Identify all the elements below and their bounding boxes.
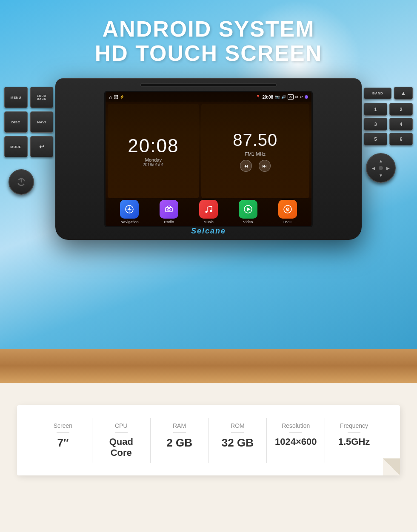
radio-widget: 87.50 FM1 MHz ⏮ ⏭ <box>201 104 309 198</box>
home-icon[interactable]: ⌂ <box>109 94 112 100</box>
power-icon <box>16 177 26 187</box>
headline-line1: ANDROID SYSTEM <box>95 17 323 41</box>
back-button[interactable]: ↩ <box>30 136 54 157</box>
clock-day: Monday <box>145 157 162 162</box>
volume-icon: 🔊 <box>281 95 286 99</box>
prev-button[interactable]: ⏮ <box>240 160 252 172</box>
num-1-button[interactable]: 1 <box>364 103 387 116</box>
svg-point-6 <box>205 211 207 213</box>
band-row: BAND ▲ <box>364 87 413 100</box>
navigation-icon <box>120 200 139 219</box>
clock-widget: 20:08 Monday 2018/01/01 <box>108 104 199 198</box>
app-radio[interactable]: Radio <box>160 200 178 224</box>
spec-frequency-value: 1.5GHz <box>338 436 370 447</box>
num-5-button[interactable]: 5 <box>364 133 387 145</box>
nav-circle[interactable]: ▲ ◀▶ ▼ <box>366 153 396 183</box>
stereo-wrapper: MENU LOUDBACK DISC NAVI MODE ↩ <box>55 78 362 240</box>
back-status-icon: ↩ <box>300 95 303 99</box>
spec-resolution: Resolution 1024×600 <box>267 418 325 463</box>
spec-ram: RAM 2 GB <box>151 418 209 463</box>
svg-point-7 <box>210 210 212 212</box>
status-right: 📍 20:08 📷 🔊 ✕ ⧉ ↩ <box>256 94 308 100</box>
power-button[interactable] <box>9 169 34 195</box>
spec-rom-value: 32 GB <box>222 436 254 449</box>
spec-frequency: Frequency 1.5GHz <box>325 418 383 463</box>
eject-button[interactable]: ▲ <box>394 87 413 100</box>
spec-cpu: CPU QuadCore <box>92 418 151 463</box>
usb-icon: ⚡ <box>120 95 124 99</box>
radio-info: FM1 MHz <box>245 151 266 156</box>
navi-button[interactable]: NAVI <box>30 111 54 133</box>
location-icon: 📍 <box>256 95 260 99</box>
spec-screen-value: 7″ <box>57 436 69 449</box>
spec-ram-value: 2 GB <box>166 436 192 449</box>
music-label: Music <box>203 220 214 224</box>
disc-button[interactable]: DISC <box>4 111 28 133</box>
ctrl-row-3: MODE ↩ <box>4 136 53 157</box>
dvd-svg <box>283 204 293 214</box>
nav-svg <box>124 204 134 214</box>
spec-divider-4 <box>289 432 302 433</box>
num-4-button[interactable]: 4 <box>389 118 413 131</box>
notification-dot <box>305 95 308 99</box>
right-control-panel: BAND ▲ 1 2 3 4 5 6 ▲ ◀▶ ▼ <box>364 87 413 223</box>
clock-time: 20:08 <box>128 135 179 156</box>
spec-frequency-label: Frequency <box>340 422 368 429</box>
stereo-unit: MENU LOUDBACK DISC NAVI MODE ↩ <box>55 78 362 240</box>
status-left: ⌂ 🖼 ⚡ <box>109 94 124 100</box>
spec-rom-label: ROM <box>231 422 245 429</box>
status-bar: ⌂ 🖼 ⚡ 📍 20:08 📷 🔊 ✕ ⧉ ↩ <box>106 92 311 102</box>
ctrl-row-2: DISC NAVI <box>4 111 53 133</box>
nav-arrows: ▲ ◀▶ ▼ <box>370 157 392 179</box>
headline-block: ANDROID SYSTEM HD TOUCH SCREEN <box>95 0 323 65</box>
num-6-button[interactable]: 6 <box>389 133 413 145</box>
dvd-label: DVD <box>283 220 291 224</box>
menu-button[interactable]: MENU <box>4 87 28 108</box>
spec-cpu-label: CPU <box>115 422 128 429</box>
spec-divider-1 <box>115 432 128 433</box>
spec-screen-label: Screen <box>54 422 72 429</box>
music-svg <box>203 204 214 214</box>
num-3-button[interactable]: 3 <box>364 118 387 131</box>
num-grid: 1 2 3 4 5 6 <box>364 103 413 145</box>
brand-label: Seicane <box>191 227 226 236</box>
clock-date: 2018/01/01 <box>143 162 164 167</box>
app-row: Navigation Radio <box>106 198 311 226</box>
svg-point-5 <box>169 209 169 210</box>
app-music[interactable]: Music <box>199 200 218 224</box>
headline-line2: HD TOUCH SCREEN <box>95 41 323 65</box>
window-icon: ⧉ <box>295 95 298 100</box>
radio-unit: MHz <box>256 151 266 156</box>
x-icon: ✕ <box>288 94 294 100</box>
loudback-button[interactable]: LOUDBACK <box>30 87 54 108</box>
cd-slot <box>140 83 277 87</box>
wallpaper-icon: 🖼 <box>114 95 118 99</box>
spec-divider-2 <box>173 432 186 433</box>
num-2-button[interactable]: 2 <box>389 103 413 116</box>
hero-section: ANDROID SYSTEM HD TOUCH SCREEN MENU LOUD… <box>0 0 417 349</box>
spec-divider-3 <box>231 432 244 433</box>
screen-content: 20:08 Monday 2018/01/01 87.50 FM1 MHz <box>106 102 311 200</box>
radio-band: FM1 <box>245 151 254 156</box>
left-control-panel: MENU LOUDBACK DISC NAVI MODE ↩ <box>4 87 53 223</box>
radio-frequency: 87.50 <box>233 131 277 150</box>
radio-svg <box>164 204 174 214</box>
radio-icon <box>160 200 178 219</box>
app-dvd[interactable]: DVD <box>278 200 297 224</box>
spec-cpu-value: QuadCore <box>109 436 133 459</box>
app-navigation[interactable]: Navigation <box>120 200 139 224</box>
ctrl-row-1: MENU LOUDBACK <box>4 87 53 108</box>
screen: ⌂ 🖼 ⚡ 📍 20:08 📷 🔊 ✕ ⧉ ↩ <box>106 92 311 226</box>
music-icon <box>199 200 218 219</box>
spec-screen: Screen 7″ <box>34 418 92 463</box>
screen-bezel: ⌂ 🖼 ⚡ 📍 20:08 📷 🔊 ✕ ⧉ ↩ <box>104 91 313 227</box>
spec-rom: ROM 32 GB <box>208 418 267 463</box>
spec-ram-label: RAM <box>173 422 186 429</box>
next-button[interactable]: ⏭ <box>259 160 271 172</box>
mode-button[interactable]: MODE <box>4 136 28 157</box>
spec-divider-5 <box>348 432 360 433</box>
app-video[interactable]: Video <box>239 200 257 224</box>
video-svg <box>243 204 253 214</box>
radio-controls: ⏮ ⏭ <box>240 160 271 172</box>
band-button[interactable]: BAND <box>364 88 391 99</box>
